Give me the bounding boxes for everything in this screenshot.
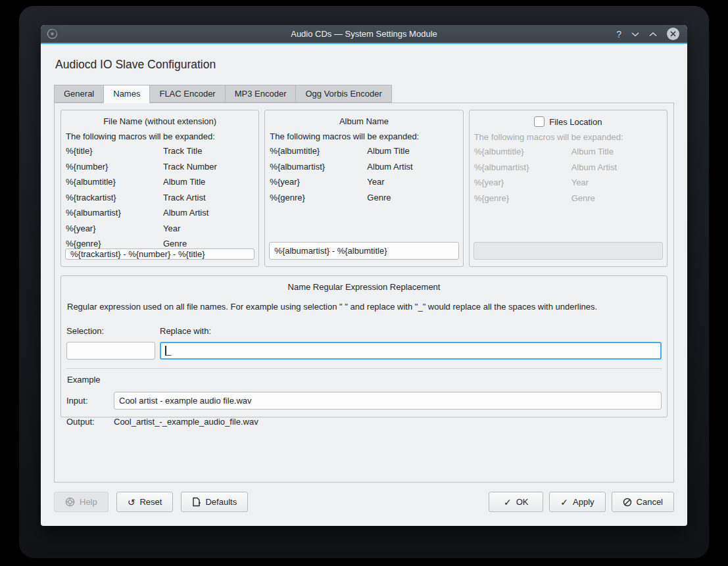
album-name-group-title: Album Name — [269, 116, 458, 126]
apply-button-label: Apply — [573, 497, 595, 507]
album-name-macro-list: %{albumtitle}Album Title %{albumartist}A… — [270, 146, 458, 202]
macro-description: Album Title — [163, 177, 255, 187]
regex-replacement-group: Name Regular Expression Replacement Regu… — [61, 275, 667, 417]
apply-button[interactable]: ✓ Apply — [549, 492, 605, 512]
ok-button-label: OK — [516, 497, 529, 507]
example-input-label: Input: — [66, 396, 114, 406]
help-lifebuoy-icon — [65, 497, 75, 507]
file-name-macros-intro: The following macros will be expanded: — [66, 131, 255, 141]
file-name-pattern-input[interactable] — [65, 248, 255, 260]
macro-token: %{year} — [66, 224, 163, 233]
ok-button[interactable]: ✓ OK — [489, 492, 543, 512]
macro-description: Album Artist — [163, 208, 255, 218]
macro-token: %{number} — [66, 162, 163, 172]
files-location-group-title: Files Location — [549, 117, 602, 127]
macro-description: Album Artist — [571, 162, 663, 172]
files-location-checkbox[interactable] — [534, 116, 545, 127]
album-name-group: Album Name The following macros will be … — [264, 110, 463, 267]
album-name-macros-intro: The following macros will be expanded: — [270, 131, 458, 141]
defaults-button[interactable]: Defaults — [181, 492, 248, 512]
help-button[interactable]: Help — [54, 492, 109, 512]
macro-description: Track Title — [163, 146, 255, 156]
files-location-macro-list: %{albumtitle}Album Title %{albumartist}A… — [474, 147, 663, 203]
macro-description: Genre — [163, 239, 255, 248]
macro-description: Track Artist — [163, 193, 255, 202]
macro-description: Genre — [571, 193, 663, 203]
titlebar[interactable]: Audio CDs — System Settings Module ? — [41, 25, 687, 43]
tab-names[interactable]: Names — [103, 85, 150, 103]
reset-button[interactable]: ↺ Reset — [116, 492, 174, 512]
files-location-pattern-input — [473, 242, 663, 260]
defaults-document-icon — [192, 497, 201, 507]
ok-check-icon: ✓ — [504, 498, 512, 507]
files-location-macros-intro: The following macros will be expanded: — [474, 132, 663, 142]
macro-token: %{genre} — [66, 239, 163, 248]
cancel-slash-icon — [623, 498, 632, 507]
macro-token: %{title} — [66, 146, 163, 156]
macro-token: %{albumtitle} — [66, 177, 163, 187]
tab-ogg-vorbis-encoder[interactable]: Ogg Vorbis Encoder — [295, 85, 391, 103]
album-name-pattern-input[interactable] — [269, 242, 458, 260]
example-output-label: Output: — [66, 417, 114, 427]
replace-with-value: _ — [166, 346, 171, 356]
tab-general[interactable]: General — [54, 85, 103, 103]
macro-token: %{year} — [474, 177, 571, 187]
audio-cd-app-icon — [47, 28, 58, 39]
apply-check-icon: ✓ — [560, 498, 568, 507]
dialog-button-row: Help ↺ Reset Defaults — [54, 492, 674, 512]
file-name-group: File Name (without extension) The follow… — [61, 110, 259, 267]
macro-token: %{albumtitle} — [270, 146, 367, 156]
macro-token: %{trackartist} — [66, 193, 163, 202]
macro-token: %{albumartist} — [270, 162, 367, 172]
macro-description: Track Number — [163, 162, 255, 172]
chevron-down-icon[interactable] — [631, 32, 639, 37]
macro-description: Album Title — [367, 146, 458, 156]
close-icon[interactable] — [667, 28, 679, 40]
regex-description: Regular expression used on all file name… — [67, 302, 662, 312]
reset-undo-icon: ↺ — [128, 498, 135, 507]
reset-button-label: Reset — [139, 497, 162, 507]
tab-flac-encoder[interactable]: FLAC Encoder — [150, 85, 224, 103]
settings-window: Audio CDs — System Settings Module ? Aud… — [41, 25, 687, 526]
files-location-group: Files Location The following macros will… — [469, 110, 667, 267]
example-output-value: Cool_artist_-_example_audio_file.wav — [114, 417, 258, 427]
window-title: Audio CDs — System Settings Module — [41, 29, 687, 39]
selection-label: Selection: — [66, 326, 160, 336]
tab-mp3-encoder[interactable]: MP3 Encoder — [225, 85, 296, 103]
tab-bar: General Names FLAC Encoder MP3 Encoder O… — [54, 85, 674, 103]
page-title: Audiocd IO Slave Configuration — [55, 58, 673, 72]
macro-description: Album Artist — [367, 162, 458, 172]
regex-group-title: Name Regular Expression Replacement — [66, 282, 662, 292]
macro-token: %{genre} — [270, 193, 367, 202]
macro-token: %{albumtitle} — [474, 147, 571, 156]
cancel-button-label: Cancel — [637, 497, 663, 507]
separator — [66, 368, 662, 369]
chevron-up-icon[interactable] — [649, 32, 657, 37]
macro-token: %{albumartist} — [66, 208, 163, 218]
example-input-field[interactable] — [114, 392, 662, 410]
defaults-button-label: Defaults — [205, 497, 237, 507]
macro-description: Year — [163, 224, 255, 233]
selection-input[interactable] — [66, 342, 155, 360]
macro-description: Genre — [367, 193, 458, 202]
help-titlebar-button[interactable]: ? — [616, 30, 621, 39]
example-label: Example — [67, 375, 662, 385]
file-name-macro-list: %{title}Track Title %{number}Track Numbe… — [66, 146, 255, 248]
replace-with-label: Replace with: — [160, 326, 662, 336]
macro-description: Album Title — [571, 147, 663, 156]
dialog-content: Audiocd IO Slave Configuration General N… — [41, 44, 687, 526]
macro-token: %{albumartist} — [474, 162, 571, 172]
help-button-label: Help — [80, 497, 97, 507]
replace-with-input[interactable]: _ — [160, 342, 662, 360]
cancel-button[interactable]: Cancel — [612, 492, 674, 512]
names-tab-panel: File Name (without extension) The follow… — [54, 103, 674, 483]
macro-description: Year — [367, 177, 458, 187]
macro-description: Year — [571, 177, 663, 187]
macro-token: %{genre} — [474, 193, 571, 203]
macro-token: %{year} — [270, 177, 367, 187]
file-name-group-title: File Name (without extension) — [65, 116, 255, 126]
